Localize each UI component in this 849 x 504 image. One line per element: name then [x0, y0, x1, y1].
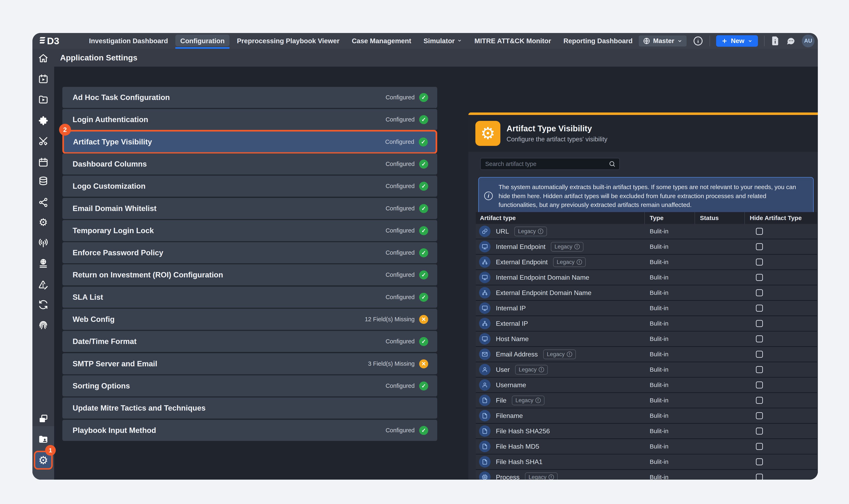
subheader: Application Settings — [32, 49, 818, 67]
sidebar-item-event-schedule[interactable] — [38, 74, 48, 84]
hide-artifact-checkbox[interactable] — [756, 428, 763, 434]
settings-item-return-on-investment-roi-configuration[interactable]: Return on Investment (ROI) Configuration… — [62, 264, 437, 285]
hide-artifact-checkbox[interactable] — [756, 305, 763, 312]
settings-item-login-authentication[interactable]: Login AuthenticationConfigured✓ — [62, 109, 437, 130]
tab-mitre-att-ck-monitor[interactable]: MITRE ATT&CK Monitor — [468, 33, 557, 49]
search-input[interactable] — [485, 160, 609, 167]
tab-case-management[interactable]: Case Management — [346, 33, 417, 49]
sidebar-item-sync[interactable] — [38, 300, 48, 310]
legacy-info-icon[interactable]: ! — [549, 474, 554, 480]
settings-item-update-mitre-tactics-and-techniques[interactable]: Update Mitre Tactics and Techniques — [62, 397, 437, 418]
tab-label: Configuration — [180, 37, 225, 45]
hide-artifact-checkbox[interactable] — [756, 228, 763, 235]
settings-item-temporary-login-lock[interactable]: Temporary Login LockConfigured✓ — [62, 220, 437, 241]
tenant-selector[interactable]: Master — [639, 35, 687, 47]
hide-artifact-checkbox[interactable] — [756, 412, 763, 419]
legacy-info-icon[interactable]: ! — [535, 398, 541, 403]
callout-badge-2: 2 — [59, 124, 71, 136]
mail-icon — [479, 348, 490, 360]
tab-investigation-dashboard[interactable]: Investigation Dashboard — [83, 33, 174, 49]
legacy-badge: Legacy! — [525, 472, 558, 480]
settings-item-artifact-type-visibility[interactable]: Artifact Type VisibilityConfigured✓2 — [62, 130, 437, 154]
new-button[interactable]: New — [716, 35, 758, 47]
artifact-name: External Endpoint — [496, 258, 548, 266]
hide-artifact-checkbox[interactable] — [756, 474, 763, 480]
settings-item-dashboard-columns[interactable]: Dashboard ColumnsConfigured✓ — [62, 154, 437, 175]
legacy-info-icon[interactable]: ! — [538, 229, 543, 234]
legacy-info-icon[interactable]: ! — [574, 244, 580, 249]
hide-artifact-checkbox[interactable] — [756, 366, 763, 373]
settings-item-date-time-format[interactable]: Date/Time FormatConfigured✓ — [62, 331, 437, 352]
legacy-info-icon[interactable]: ! — [577, 259, 582, 265]
sidebar-item-live-signal[interactable] — [38, 238, 48, 248]
sidebar-item-playbook-viewer[interactable] — [38, 94, 48, 105]
sidebar-item-fingerprint-auth[interactable] — [38, 320, 48, 330]
settings-item-email-domain-whitelist[interactable]: Email Domain WhitelistConfigured✓ — [62, 198, 437, 219]
settings-item-enforce-password-policy[interactable]: Enforce Password PolicyConfigured✓ — [62, 242, 437, 263]
hide-artifact-checkbox[interactable] — [756, 274, 763, 281]
folder-user-icon — [38, 434, 48, 444]
legacy-info-icon[interactable]: ! — [539, 367, 544, 372]
folder-play-icon — [38, 94, 48, 105]
tab-configuration[interactable]: Configuration — [174, 33, 231, 49]
sidebar-item-integrations[interactable] — [38, 115, 48, 126]
table-row-email-address: Email AddressLegacy!Bulit-in — [476, 347, 817, 362]
sidebar-item-connections[interactable] — [38, 197, 48, 208]
info-circle-icon[interactable] — [693, 36, 704, 46]
sidebar-item-file-manager[interactable] — [38, 434, 48, 444]
sitemap-icon — [479, 256, 490, 268]
sidebar-item-home[interactable] — [38, 53, 48, 64]
release-notes-icon[interactable] — [771, 36, 780, 46]
settings-item-title: Email Domain Whitelist — [73, 204, 156, 213]
hide-artifact-checkbox[interactable] — [756, 458, 763, 465]
file-icon — [479, 441, 490, 452]
hide-artifact-checkbox[interactable] — [756, 351, 763, 358]
artifact-type-kind: Bulit-in — [644, 474, 695, 480]
d3-logo[interactable]: D3 — [40, 33, 71, 49]
search-icon[interactable] — [609, 160, 616, 167]
settings-item-ad-hoc-task-configuration[interactable]: Ad Hoc Task ConfigurationConfigured✓ — [62, 87, 437, 108]
hide-artifact-checkbox[interactable] — [756, 258, 763, 266]
status-text: Configured — [385, 139, 414, 145]
legacy-label: Legacy — [518, 228, 536, 235]
puzzle-icon — [38, 115, 48, 126]
sidebar-item-incident-edit[interactable] — [38, 280, 48, 290]
sidebar-item-utility-tools[interactable] — [38, 136, 48, 146]
table-row-file-hash-sha1: File Hash SHA1Bulit-in — [476, 454, 817, 470]
artifact-name: User — [496, 366, 510, 374]
tab-simulator[interactable]: Simulator — [417, 33, 468, 49]
legacy-info-icon[interactable]: ! — [567, 352, 572, 357]
settings-item-sla-list[interactable]: SLA ListConfigured✓ — [62, 287, 437, 308]
sidebar-item-web-portal[interactable] — [38, 258, 48, 269]
chat-icon[interactable] — [786, 36, 796, 46]
configured-check-icon: ✓ — [419, 381, 428, 391]
legacy-badge: Legacy! — [553, 257, 586, 267]
settings-item-smtp-server-and-email[interactable]: SMTP Server and Email3 Field(s) Missing✕ — [62, 353, 437, 374]
hide-artifact-checkbox[interactable] — [756, 397, 763, 404]
settings-item-sorting-options[interactable]: Sorting OptionsConfigured✓ — [62, 375, 437, 396]
divider — [710, 36, 710, 46]
hide-artifact-checkbox[interactable] — [756, 443, 763, 450]
settings-item-playbook-input-method[interactable]: Playbook Input MethodConfigured✓ — [62, 420, 437, 441]
sidebar-item-calendar[interactable] — [38, 157, 48, 167]
artifact-table: Artifact type Type Status Hide Artifact … — [476, 212, 817, 480]
missing-fields-icon: ✕ — [419, 315, 428, 324]
artifact-type-kind: Bulit-in — [644, 428, 695, 434]
avatar[interactable]: AU — [802, 35, 815, 47]
settings-item-web-config[interactable]: Web Config12 Field(s) Missing✕ — [62, 309, 437, 330]
artifact-type-kind: Bulit-in — [644, 289, 695, 296]
tab-reporting-dashboard[interactable]: Reporting Dashboard — [557, 33, 639, 49]
hide-artifact-checkbox[interactable] — [756, 336, 763, 342]
hide-artifact-checkbox[interactable] — [756, 289, 763, 296]
hide-artifact-checkbox[interactable] — [756, 381, 763, 389]
table-row-internal-ip: Internal IPBulit-in — [476, 301, 817, 316]
sidebar-item-api-settings[interactable]: ⚙ — [39, 216, 48, 228]
sidebar-item-windows-copy[interactable] — [38, 414, 48, 424]
sidebar-item-data-management[interactable] — [38, 176, 48, 186]
tab-preprocessing-playbook-viewer[interactable]: Preprocessing Playbook Viewer — [231, 33, 346, 49]
legacy-label: Legacy — [529, 474, 547, 480]
settings-item-logo-customization[interactable]: Logo CustomizationConfigured✓ — [62, 176, 437, 197]
hide-artifact-checkbox[interactable] — [756, 243, 763, 250]
hide-artifact-checkbox[interactable] — [756, 320, 763, 327]
status-text: Configured — [385, 183, 415, 190]
